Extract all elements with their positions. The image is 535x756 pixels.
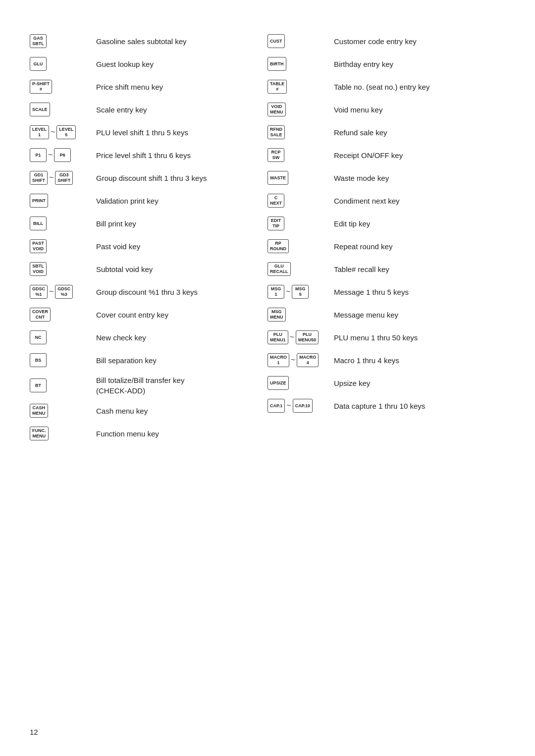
key-button-end: LEVEL 5 (56, 125, 76, 139)
key-row: CUSTCustomer code entry key (268, 30, 505, 53)
tilde-symbol: ~ (48, 151, 53, 160)
key-area: NC (30, 330, 89, 344)
key-row: EDIT TIPEdit tip key (268, 212, 505, 235)
key-row: GAS SBTLGasoline sales subtotal key (30, 30, 268, 53)
key-description: Message 1 thru 5 keys (334, 287, 409, 297)
key-button: FUNC. MENU (30, 427, 49, 440)
key-description: Void menu key (334, 105, 382, 115)
key-row: CASH MENUCash menu key (30, 399, 268, 422)
key-description: Data capture 1 thru 10 keys (334, 401, 425, 411)
key-row: COVER CNTCover count entry key (30, 303, 268, 326)
main-content: GAS SBTLGasoline sales subtotal keyGLUGu… (30, 30, 505, 445)
key-button: MACRO 1 (268, 353, 289, 367)
key-area: RP ROUND (268, 239, 327, 253)
tilde-symbol: ~ (49, 173, 54, 182)
key-row: FUNC. MENUFunction menu key (30, 422, 268, 445)
key-area: SBTL VOID (30, 262, 89, 276)
key-button: BT (30, 378, 47, 392)
key-area: WASTE (268, 171, 327, 185)
tilde-symbol: ~ (290, 333, 294, 342)
key-area: PAST VOID (30, 239, 89, 253)
key-area: MSG MENU (268, 308, 327, 322)
key-table: GAS SBTLGasoline sales subtotal keyGLUGu… (30, 30, 505, 445)
key-area: PRINT (30, 194, 89, 208)
key-area: MACRO 1~MACRO 4 (268, 353, 327, 367)
key-description: Upsize key (334, 378, 370, 388)
key-button: GLU (30, 57, 47, 71)
key-area: RFND SALE (268, 125, 327, 139)
key-row: PLU MENU1~PLU MENU50PLU menu 1 thru 50 k… (268, 326, 505, 349)
key-area: SCALE (30, 103, 89, 116)
key-row: RP ROUNDRepeat round key (268, 235, 505, 258)
key-row: MACRO 1~MACRO 4Macro 1 thru 4 keys (268, 349, 505, 372)
key-button-end: GDSC %3 (55, 285, 73, 299)
key-description: Past void key (96, 241, 140, 252)
key-description: Waste mode key (334, 173, 389, 183)
key-button: RP ROUND (268, 239, 289, 253)
key-button: SCALE (30, 103, 50, 116)
key-button: MSG 1 (268, 285, 284, 299)
key-area: CAP.1~CAP.10 (268, 399, 327, 413)
key-row: RFND SALERefund sale key (268, 121, 505, 144)
key-description: Table no. (seat no.) entry key (334, 82, 429, 92)
key-description: Repeat round key (334, 241, 392, 252)
key-area: P-SHIFT # (30, 80, 89, 94)
key-description: Message menu key (334, 310, 398, 320)
key-row: WASTEWaste mode key (268, 166, 505, 189)
key-row: C NEXTCondiment next key (268, 189, 505, 212)
key-row: CAP.1~CAP.10Data capture 1 thru 10 keys (268, 394, 505, 417)
key-area: GD1 SHIFT~GD3 SHIFT (30, 171, 89, 185)
key-row: BILLBill print key (30, 212, 268, 235)
key-area: GAS SBTL (30, 34, 89, 48)
key-description: PLU menu 1 thru 50 keys (334, 332, 418, 343)
key-button: GAS SBTL (30, 34, 47, 48)
key-area: LEVEL 1~LEVEL 5 (30, 125, 89, 139)
key-area: UPSIZE (268, 376, 327, 390)
key-row: P1~P6Price level shift 1 thru 6 keys (30, 144, 268, 166)
key-button: CASH MENU (30, 404, 48, 418)
key-button: RCP SW (268, 148, 284, 162)
key-button: PLU MENU1 (268, 330, 288, 344)
key-row: VOID MENUVoid menu key (268, 98, 505, 121)
left-column: GAS SBTLGasoline sales subtotal keyGLUGu… (30, 30, 268, 445)
key-row: GLU RECALLTable# recall key (268, 258, 505, 280)
key-button: P1 (30, 148, 47, 162)
key-description: Bill totalize/Bill transfer key (CHECK-A… (96, 375, 184, 396)
key-description: Group discount shift 1 thru 3 keys (96, 173, 207, 183)
key-row: BIRTHBirthday entry key (268, 53, 505, 75)
key-description: Bill separation key (96, 355, 157, 366)
key-description: Customer code entry key (334, 36, 417, 47)
key-description: Group discount %1 thru 3 keys (96, 287, 198, 297)
key-area: GDSC %1~GDSC %3 (30, 285, 89, 299)
key-row: UPSIZEUpsize key (268, 372, 505, 394)
key-description: Scale entry key (96, 105, 147, 115)
key-description: PLU level shift 1 thru 5 keys (96, 127, 188, 138)
key-row: NCNew check key (30, 326, 268, 349)
key-row: SBTL VOIDSubtotal void key (30, 258, 268, 280)
key-button-end: GD3 SHIFT (55, 171, 73, 185)
key-area: BS (30, 353, 89, 367)
key-button-end: CAP.10 (293, 399, 313, 413)
key-button: SBTL VOID (30, 262, 47, 276)
key-description: Table# recall key (334, 264, 389, 274)
key-area: BILL (30, 216, 89, 230)
key-description: Gasoline sales subtotal key (96, 36, 187, 47)
key-row: GDSC %1~GDSC %3Group discount %1 thru 3 … (30, 280, 268, 303)
key-button-end: MSG 5 (292, 285, 309, 299)
tilde-symbol: ~ (51, 128, 55, 137)
key-area: BIRTH (268, 57, 327, 71)
key-button: RFND SALE (268, 125, 285, 139)
key-row: SCALEScale entry key (30, 98, 268, 121)
key-description: Cover count entry key (96, 310, 168, 320)
key-description: Cash menu key (96, 406, 148, 416)
key-area: BT (30, 378, 89, 392)
key-description: Macro 1 thru 4 keys (334, 355, 399, 366)
key-area: P1~P6 (30, 148, 89, 162)
key-row: MSG MENUMessage menu key (268, 303, 505, 326)
page-number: 12 (30, 728, 38, 736)
key-button: LEVEL 1 (30, 125, 49, 139)
key-row: TABLE #Table no. (seat no.) entry key (268, 75, 505, 98)
tilde-symbol: ~ (286, 401, 291, 410)
key-button: P-SHIFT # (30, 80, 52, 94)
key-row: P-SHIFT #Price shift menu key (30, 75, 268, 98)
